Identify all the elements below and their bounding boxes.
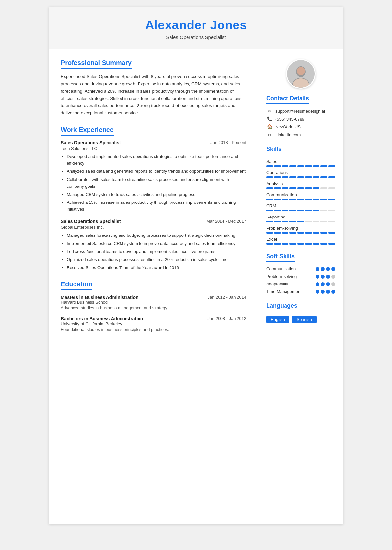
skill-item-2: Analysis <box>266 181 335 189</box>
contact-location: NewYork, US <box>275 124 301 129</box>
soft-skill-name-2: Adaptability <box>266 282 288 286</box>
skill-item-4: CRM <box>266 203 335 211</box>
skills-list: SalesOperationsAnalysisCommunicationCRMR… <box>266 159 335 245</box>
dot-1-3 <box>331 275 335 279</box>
skill-name-3: Communication <box>266 192 335 197</box>
soft-skill-row-2: Adaptability <box>266 282 335 286</box>
skill-name-6: Problem-solving <box>266 226 335 231</box>
sidebar: Contact Details ✉ support@resumedesign.a… <box>258 49 343 524</box>
dot-3-0 <box>316 290 319 294</box>
edu-school-1: Harvard Business School <box>61 300 246 305</box>
language-badge-1: Spanish <box>292 316 317 323</box>
dot-row-3 <box>316 290 335 294</box>
avatar-image <box>287 59 315 89</box>
skill-name-7: Excel <box>266 237 335 242</box>
bullet-2-5: Received Sales Operations Team of the Ye… <box>67 265 246 271</box>
contact-linkedin-row: in LinkedIn.com <box>266 132 335 137</box>
edu-dates-2: Jan 2008 - Jan 2012 <box>207 316 246 321</box>
job-title-1: Sales Operations Specialist <box>61 140 121 145</box>
soft-skills-section: Soft Skills CommunicationProblem-solving… <box>266 253 335 294</box>
skill-bar-3 <box>266 199 335 200</box>
language-badge-0: English <box>266 316 289 323</box>
dot-2-2 <box>326 282 330 286</box>
languages-section: Languages EnglishSpanish <box>266 302 335 323</box>
skill-item-7: Excel <box>266 237 335 245</box>
candidate-name: Alexander Jones <box>56 18 336 32</box>
bullet-2-1: Managed sales forecasting and budgeting … <box>67 232 246 239</box>
bullet-2-3: Led cross-functional teams to develop an… <box>67 249 246 255</box>
candidate-title: Sales Operations Specialist <box>56 34 336 40</box>
edu-entry-2: Bachelors in Business Administration Jan… <box>61 316 246 332</box>
resume-container: Alexander Jones Sales Operations Special… <box>49 7 343 524</box>
skills-title: Skills <box>266 146 282 154</box>
skill-name-0: Sales <box>266 159 335 164</box>
bullet-1-1: Developed and implemented sales operatio… <box>67 154 246 167</box>
skill-name-1: Operations <box>266 170 335 175</box>
edu-desc-1: Advanced studies in business management … <box>61 305 246 310</box>
dot-0-0 <box>316 267 319 271</box>
soft-skill-name-0: Communication <box>266 267 296 271</box>
bullet-1-3: Collaborated with sales team to streamli… <box>67 176 246 190</box>
skill-item-6: Problem-solving <box>266 226 335 234</box>
bullet-1-4: Managed CRM system to track sales activi… <box>67 191 246 198</box>
skill-name-2: Analysis <box>266 181 335 186</box>
avatar-container <box>266 59 335 89</box>
job-entry-1: Sales Operations Specialist Jan 2018 - P… <box>61 140 246 213</box>
skill-item-0: Sales <box>266 159 335 167</box>
skill-bar-2 <box>266 187 335 189</box>
soft-skill-name-1: Problem-solving <box>266 274 297 279</box>
dot-3-1 <box>321 290 325 294</box>
edu-entry-1: Masters in Business Administration Jan 2… <box>61 295 246 310</box>
job-dates-2: Mar 2014 - Dec 2017 <box>206 219 246 224</box>
dot-3-3 <box>331 290 335 294</box>
summary-section: Professional Summary Experienced Sales O… <box>61 59 246 117</box>
edu-degree-1: Masters in Business Administration <box>61 295 139 300</box>
contact-location-row: 🏠 NewYork, US <box>266 124 335 129</box>
contact-email: support@resumedesign.ai <box>275 109 325 114</box>
job-bullets-1: Developed and implemented sales operatio… <box>61 154 246 213</box>
skill-item-5: Reporting <box>266 215 335 222</box>
dot-0-1 <box>321 267 325 271</box>
dot-row-1 <box>316 275 335 279</box>
skill-item-3: Communication <box>266 192 335 200</box>
job-title-2: Sales Operations Specialist <box>61 219 121 224</box>
email-icon: ✉ <box>266 108 273 114</box>
skill-bar-0 <box>266 165 335 167</box>
dot-0-2 <box>326 267 330 271</box>
dot-1-1 <box>321 275 325 279</box>
skills-section: Skills SalesOperationsAnalysisCommunicat… <box>266 146 335 245</box>
skill-bar-5 <box>266 221 335 222</box>
contact-phone-row: 📞 (555) 345-6789 <box>266 116 335 121</box>
bullet-2-2: Implemented Salesforce CRM system to imp… <box>67 240 246 247</box>
soft-skills-title: Soft Skills <box>266 253 295 262</box>
bullet-1-2: Analyzed sales data and generated report… <box>67 168 246 175</box>
work-experience-section: Work Experience Sales Operations Special… <box>61 126 246 271</box>
dot-row-2 <box>316 282 335 286</box>
soft-skill-name-3: Time Management <box>266 289 302 294</box>
soft-skill-row-1: Problem-solving <box>266 274 335 279</box>
dot-0-3 <box>331 267 335 271</box>
job-bullets-2: Managed sales forecasting and budgeting … <box>61 232 246 271</box>
skill-name-4: CRM <box>266 203 335 208</box>
contact-linkedin: LinkedIn.com <box>275 132 301 137</box>
summary-text: Experienced Sales Operations Specialist … <box>61 73 246 117</box>
edu-degree-2: Bachelors in Business Administration <box>61 316 143 321</box>
education-section: Education Masters in Business Administra… <box>61 281 246 332</box>
dot-2-0 <box>316 282 319 286</box>
resume-header: Alexander Jones Sales Operations Special… <box>49 7 343 49</box>
skill-bar-7 <box>266 243 335 245</box>
job-dates-1: Jan 2018 - Present <box>210 140 246 145</box>
soft-skill-row-3: Time Management <box>266 289 335 294</box>
body-layout: Professional Summary Experienced Sales O… <box>49 49 343 524</box>
contact-email-row: ✉ support@resumedesign.ai <box>266 108 335 114</box>
skill-bar-1 <box>266 176 335 178</box>
dot-2-1 <box>321 282 325 286</box>
work-experience-title: Work Experience <box>61 126 114 136</box>
location-icon: 🏠 <box>266 124 273 129</box>
dot-3-2 <box>326 290 330 294</box>
soft-skill-row-0: Communication <box>266 267 335 271</box>
edu-school-2: University of California, Berkeley <box>61 321 246 326</box>
phone-icon: 📞 <box>266 116 273 121</box>
skill-item-1: Operations <box>266 170 335 178</box>
skill-bar-4 <box>266 210 335 211</box>
